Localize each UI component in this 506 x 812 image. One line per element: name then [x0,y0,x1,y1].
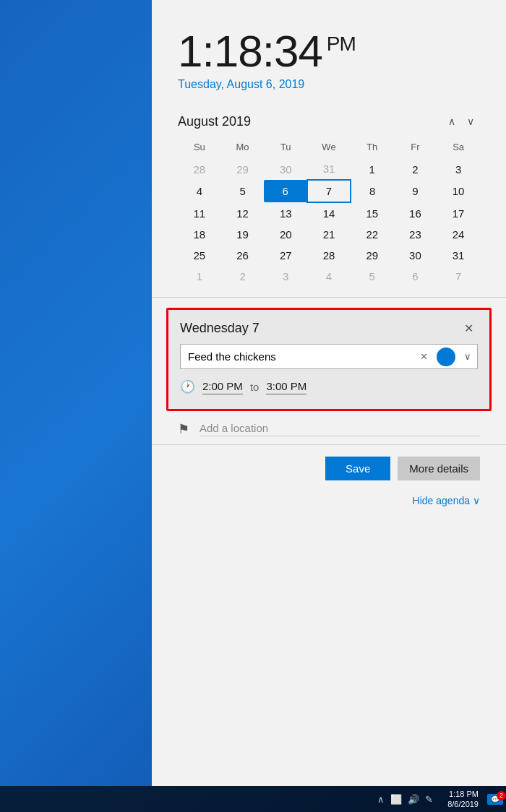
taskbar-chevron-icon[interactable]: ∧ [377,794,385,805]
calendar-day[interactable]: 10 [437,180,480,202]
taskbar-clock[interactable]: 1:18 PM 8/6/2019 [443,789,483,810]
calendar-day[interactable]: 29 [221,158,265,180]
calendar-day[interactable]: 4 [307,266,351,287]
calendar-day[interactable]: 1 [178,266,221,287]
calendar-day[interactable]: 12 [221,202,265,224]
calendar-day[interactable]: 27 [264,245,307,266]
taskbar-volume-icon[interactable]: 🔊 [408,794,419,805]
calendar-day[interactable]: 6 [394,266,437,287]
calendar-day[interactable]: 31 [437,245,480,266]
event-creation-box: Wednesday 7 ✕ ✕ ∨ 🕐 2:00 PM to 3:00 PM [166,308,492,411]
calendar-day[interactable]: 2 [221,266,265,287]
calendar-day[interactable]: 15 [351,202,394,224]
taskbar-system-icons: ∧ ⬜ 🔊 ✎ [372,794,439,805]
calendar-day[interactable]: 16 [394,202,437,224]
calendar-day[interactable]: 30 [394,245,437,266]
event-clock-icon: 🕐 [180,379,195,394]
calendar-day[interactable]: 24 [437,224,480,245]
event-header-row: Wednesday 7 ✕ [180,320,478,337]
calendar-day[interactable]: 6 [264,180,307,202]
day-header-th: Th [351,139,394,158]
calendar-grid: Su Mo Tu We Th Fr Sa 2829303112345678910… [178,139,480,287]
calendar-day[interactable]: 25 [178,245,221,266]
clock-time-value: 1:18:34 [178,26,322,76]
calendar-day[interactable]: 29 [351,245,394,266]
clock-period: PM [327,33,356,55]
taskbar-network-icon[interactable]: ✎ [425,794,433,805]
more-details-button[interactable]: More details [398,457,480,480]
calendar-prev-button[interactable]: ∧ [442,113,461,130]
day-header-su: Su [178,139,221,158]
calendar-next-button[interactable]: ∨ [461,113,480,130]
clock-date: Tuesday, August 6, 2019 [178,78,480,91]
location-row: ⚑ Add a location [152,411,506,445]
day-header-fr: Fr [394,139,437,158]
calendar-day[interactable]: 18 [178,224,221,245]
calendar-day[interactable]: 26 [221,245,265,266]
day-header-we: We [307,139,351,158]
hide-agenda-row: Hide agenda ∨ [152,492,506,514]
notification-badge: 2 [497,791,506,800]
calendar-day[interactable]: 5 [351,266,394,287]
event-start-time[interactable]: 2:00 PM [202,380,243,394]
taskbar-date: 8/6/2019 [447,799,479,809]
event-day-label: Wednesday 7 [180,321,460,336]
taskbar: ∧ ⬜ 🔊 ✎ 1:18 PM 8/6/2019 💬 2 [0,786,506,812]
event-color-circle [437,347,455,366]
calendar-day[interactable]: 22 [351,224,394,245]
hide-agenda-label: Hide agenda [413,495,470,506]
event-close-button[interactable]: ✕ [460,320,478,337]
taskbar-display-icon[interactable]: ⬜ [390,794,402,805]
flyout-panel: 1:18:34PM Tuesday, August 6, 2019 August… [152,0,506,786]
clock-display: 1:18:34PM [178,29,480,74]
calendar-day[interactable]: 14 [307,202,351,224]
day-header-tu: Tu [264,139,307,158]
day-header-mo: Mo [221,139,265,158]
calendar-day[interactable]: 31 [307,158,351,180]
calendar-day[interactable]: 5 [221,180,265,202]
calendar-day[interactable]: 19 [221,224,265,245]
calendar-day[interactable]: 21 [307,224,351,245]
calendar-day[interactable]: 20 [264,224,307,245]
taskbar-notification-button[interactable]: 💬 2 [487,794,503,805]
location-placeholder[interactable]: Add a location [200,422,480,436]
divider-1 [152,297,506,298]
calendar-day[interactable]: 23 [394,224,437,245]
calendar-month-label: August 2019 [178,114,442,129]
calendar-day[interactable]: 7 [307,180,351,202]
save-button[interactable]: Save [325,457,390,480]
event-time-row: 🕐 2:00 PM to 3:00 PM [180,376,478,397]
event-input-chevron-button[interactable]: ∨ [458,348,477,365]
hide-agenda-button[interactable]: Hide agenda ∨ [413,495,480,506]
action-row: Save More details [152,445,506,492]
calendar-day[interactable]: 11 [178,202,221,224]
calendar-day[interactable]: 13 [264,202,307,224]
event-input-row: ✕ ∨ [180,344,478,369]
calendar-section: August 2019 ∧ ∨ Su Mo Tu We Th Fr Sa 282… [152,105,506,287]
calendar-day[interactable]: 1 [351,158,394,180]
event-to-label: to [250,381,260,393]
calendar-day[interactable]: 8 [351,180,394,202]
calendar-day[interactable]: 3 [437,158,480,180]
calendar-day[interactable]: 30 [264,158,307,180]
day-header-sa: Sa [437,139,480,158]
calendar-day[interactable]: 2 [394,158,437,180]
calendar-day[interactable]: 9 [394,180,437,202]
calendar-header: August 2019 ∧ ∨ [178,113,480,130]
taskbar-time: 1:18 PM [449,789,479,799]
calendar-day[interactable]: 28 [178,158,221,180]
calendar-day[interactable]: 4 [178,180,221,202]
calendar-day[interactable]: 17 [437,202,480,224]
event-title-input[interactable] [181,345,414,368]
calendar-day[interactable]: 28 [307,245,351,266]
event-end-time[interactable]: 3:00 PM [266,380,306,394]
calendar-day[interactable]: 7 [437,266,480,287]
location-icon: ⚑ [178,421,189,437]
event-input-clear-button[interactable]: ✕ [414,348,434,365]
clock-section: 1:18:34PM Tuesday, August 6, 2019 [152,0,506,105]
calendar-day[interactable]: 3 [264,266,307,287]
hide-agenda-chevron: ∨ [473,495,480,506]
